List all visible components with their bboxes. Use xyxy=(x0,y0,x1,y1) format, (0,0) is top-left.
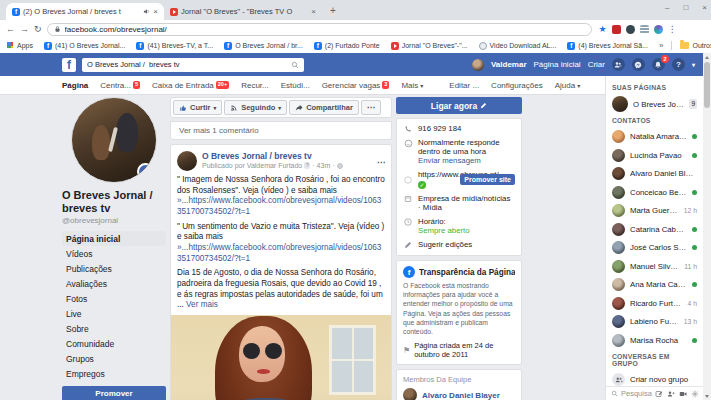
page-nav-item[interactable]: Grupos xyxy=(62,351,166,366)
bookmark-item[interactable]: O Breves Jornal / br... xyxy=(224,42,303,50)
back-button[interactable] xyxy=(6,24,15,34)
team-member-row[interactable]: Alvaro Daniel Blayer xyxy=(403,388,515,400)
admin-tab[interactable]: Centra... 5 xyxy=(100,81,140,90)
reload-button[interactable] xyxy=(34,24,42,34)
admin-tab[interactable]: Ajuda xyxy=(555,81,580,90)
facebook-search[interactable] xyxy=(82,58,304,72)
friend-requests-icon[interactable] xyxy=(612,58,625,71)
post-video-link[interactable]: »...https://www.facebook.com/obrevesjorn… xyxy=(177,196,381,216)
admin-tab[interactable]: Caixa de Entrada 20+ xyxy=(152,81,229,90)
bookmark-item[interactable]: Jornal "O Breves"-"... xyxy=(391,42,468,50)
bookmark-item[interactable]: (4) Breves Jornal Sã... xyxy=(567,42,648,50)
admin-tab[interactable]: Página xyxy=(62,81,88,90)
browser-tab[interactable]: Jornal "O Breves" - "Breves TV O xyxy=(164,3,322,20)
see-more-link[interactable]: Ver mais xyxy=(186,300,218,309)
page-nav-item[interactable]: Comunidade xyxy=(62,336,166,351)
other-bookmarks-folder[interactable]: Outros marcadores xyxy=(680,42,711,49)
more-actions-button[interactable] xyxy=(361,100,381,115)
add-contact-icon[interactable] xyxy=(667,390,675,398)
contact-row[interactable]: Natalia Amarante xyxy=(612,128,697,147)
profile-link[interactable]: Valdemar xyxy=(491,60,527,69)
contact-row[interactable]: Marta Guerreiro 12 h xyxy=(612,202,697,221)
admin-tab[interactable]: Editar ... xyxy=(449,81,479,90)
extension-icon[interactable] xyxy=(640,25,649,34)
home-link[interactable]: Página inicial xyxy=(534,60,581,69)
add-profile-picture-button[interactable] xyxy=(137,163,154,180)
bookmark-item[interactable]: (41) Breves-TV, a T... xyxy=(136,42,213,50)
post-video-player[interactable]: Disa Ponta Garça " Imagem de Nossa Senho… xyxy=(171,315,391,400)
messenger-icon[interactable] xyxy=(632,58,645,71)
help-tooltip-icon[interactable] xyxy=(304,162,310,169)
your-page-row[interactable]: O Breves Jornal / brev... 9 xyxy=(612,95,697,114)
bookmark-item[interactable]: (2) Furtado Ponte xyxy=(314,42,380,50)
post-video-link[interactable]: »...https://www.facebook.com/obrevesjorn… xyxy=(177,243,381,263)
page-nav-item[interactable]: Fotos xyxy=(62,291,166,306)
search-input[interactable] xyxy=(87,60,287,69)
share-button[interactable]: Compartilhar xyxy=(289,100,359,115)
tab-close-icon[interactable] xyxy=(153,7,158,16)
extension-icon[interactable] xyxy=(626,25,635,34)
contact-row[interactable]: Manuel Silveira 11 h xyxy=(612,257,697,276)
account-menu-caret-icon[interactable] xyxy=(692,61,695,68)
new-tab-button[interactable] xyxy=(326,4,340,18)
team-member-name[interactable]: Alvaro Daniel Blayer xyxy=(422,391,500,400)
browser-tab[interactable]: (2) O Breves Jornal / breves t xyxy=(6,3,164,20)
promote-button[interactable]: Promover xyxy=(62,386,166,400)
admin-tab[interactable]: Recur... xyxy=(241,81,269,90)
page-nav-item[interactable]: Publicações xyxy=(62,261,166,276)
promote-site-button[interactable]: Promover site xyxy=(460,174,515,185)
tab-close-icon[interactable] xyxy=(311,7,316,16)
scrollbar-down-arrow[interactable] xyxy=(703,392,711,400)
browser-menu-icon[interactable] xyxy=(668,24,677,34)
extension-icon[interactable] xyxy=(654,25,663,34)
admin-tab[interactable]: Estúdi... xyxy=(281,81,310,90)
page-nav-item[interactable]: Empregos xyxy=(62,366,166,381)
page-nav-item[interactable]: Live xyxy=(62,306,166,321)
scrollbar-thumb[interactable] xyxy=(704,62,710,108)
window-close-button[interactable] xyxy=(702,3,707,12)
scrollbar-up-arrow[interactable] xyxy=(703,53,711,61)
page-nav-item[interactable]: Vídeos xyxy=(62,246,166,261)
facebook-logo[interactable] xyxy=(62,58,76,72)
like-button[interactable]: Curtir xyxy=(173,100,222,115)
address-bar[interactable]: facebook.com/obrevesjornal/ xyxy=(47,23,592,36)
contact-row[interactable]: Conceicao Bettencourt xyxy=(612,183,697,202)
tab-audio-icon[interactable] xyxy=(143,8,150,15)
page-nav-item[interactable]: Avaliações xyxy=(62,276,166,291)
bookmark-star-icon[interactable] xyxy=(599,24,607,34)
notifications-icon[interactable]: 2 xyxy=(652,58,665,71)
view-more-comments-link[interactable]: Ver mais 1 comentário xyxy=(179,126,259,135)
contact-row[interactable]: Labieno Furtado 13 h xyxy=(612,313,697,332)
contact-row[interactable]: Marisa Rocha xyxy=(612,331,697,350)
following-button[interactable]: Seguindo xyxy=(224,100,287,115)
forward-button[interactable] xyxy=(20,24,29,34)
send-message-link[interactable]: Enviar mensagem xyxy=(418,156,481,165)
post-author-name[interactable]: O Breves Jornal / breves tv xyxy=(202,151,343,161)
chat-search-input[interactable]: Pesquisa xyxy=(621,389,652,398)
help-icon[interactable]: ? xyxy=(672,58,685,71)
call-now-button[interactable]: Ligar agora xyxy=(396,97,522,114)
contact-row[interactable]: Alvaro Daniel Blayer xyxy=(612,165,697,184)
window-minimize-button[interactable] xyxy=(665,3,669,12)
post-options-icon[interactable] xyxy=(377,151,385,169)
extension-icon[interactable] xyxy=(612,25,621,34)
admin-tab[interactable]: Gerenciar vagas 3 xyxy=(322,81,390,90)
page-nav-item[interactable]: Página inicial xyxy=(62,231,166,246)
bookmarks-overflow-icon[interactable] xyxy=(659,41,663,50)
new-message-icon[interactable] xyxy=(655,390,663,398)
search-icon[interactable] xyxy=(291,61,299,69)
admin-tab[interactable]: Configurações xyxy=(491,81,543,90)
page-phone-number[interactable]: 916 929 184 xyxy=(418,124,461,133)
contact-row[interactable]: José Carlos San-Bento xyxy=(612,239,697,258)
settings-gear-icon[interactable] xyxy=(691,390,699,398)
post-author-avatar[interactable] xyxy=(177,151,197,171)
window-maximize-button[interactable] xyxy=(683,3,688,12)
bookmark-item[interactable]: (41) O Breves Jornal... xyxy=(44,42,125,50)
bookmark-item[interactable]: Video Download AL... xyxy=(479,42,557,50)
contact-row[interactable]: Catarina Cabeceiras xyxy=(612,220,697,239)
page-profile-picture[interactable] xyxy=(71,97,157,183)
post-timestamp[interactable]: · 43m · xyxy=(312,162,334,169)
suggest-edits-link[interactable]: Sugerir edições xyxy=(418,240,472,249)
contact-row[interactable]: Ricardo Furtado Cunha 4 h xyxy=(612,294,697,313)
user-avatar[interactable] xyxy=(472,59,484,71)
